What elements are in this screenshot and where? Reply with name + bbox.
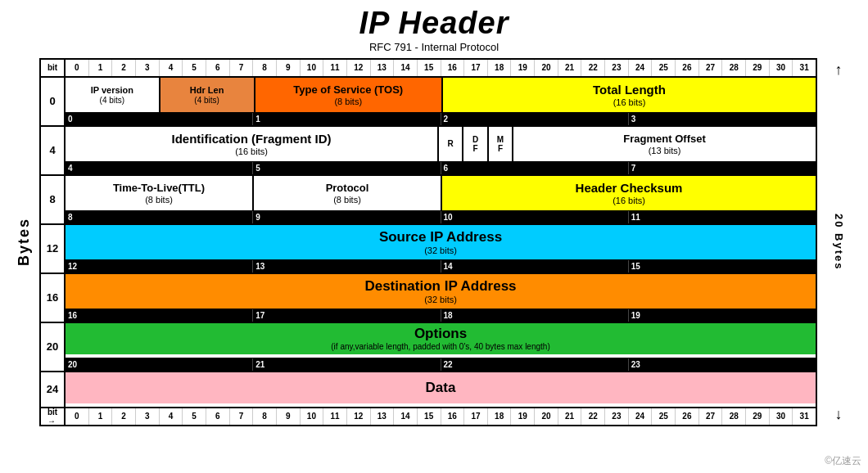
bit-7: 7 xyxy=(230,60,254,76)
row-0: 0IP version(4 bits)Hdr Len(4 bits)Type o… xyxy=(41,78,816,125)
num-seg-12-3: 15 xyxy=(629,260,816,273)
main-diagram: bit 012345678910111213141516171819202122… xyxy=(39,58,817,426)
field-bits-4-0: (16 bits) xyxy=(235,146,268,156)
bit-7: 7 xyxy=(230,408,254,425)
field-0-0: IP version(4 bits) xyxy=(66,78,160,112)
bit-13: 13 xyxy=(371,60,395,76)
num-seg-8-1: 9 xyxy=(253,211,441,223)
bit-10: 10 xyxy=(301,60,324,76)
field-name-8-0: Time-To-Live(TTL) xyxy=(113,182,205,195)
bit-4: 4 xyxy=(160,408,183,425)
field-bits-0-1: (4 bits) xyxy=(194,96,219,105)
num-row-8: 891011 xyxy=(66,210,816,223)
field-bits-4-4: (13 bits) xyxy=(649,146,681,155)
row-content-20: Options(if any,variable length, padded w… xyxy=(66,323,816,371)
field-row-12: Source IP Address(32 bits) xyxy=(66,225,816,259)
bit-27: 27 xyxy=(699,60,723,76)
bit-9: 9 xyxy=(277,408,301,425)
field-name-4-3: M F xyxy=(497,135,504,153)
bit-13: 13 xyxy=(371,408,395,425)
num-seg-4-2: 6 xyxy=(441,162,629,174)
bit-25: 25 xyxy=(652,408,676,425)
bit-12: 12 xyxy=(347,60,371,76)
field-8-0: Time-To-Live(TTL)(8 bits) xyxy=(66,176,254,210)
num-seg-20-0: 20 xyxy=(66,358,253,371)
row-num-20: 20 xyxy=(41,323,66,371)
num-seg-20-1: 21 xyxy=(253,358,441,371)
num-seg-12-0: 12 xyxy=(66,260,253,273)
row-content-24: Data xyxy=(66,372,816,407)
num-seg-0-2: 2 xyxy=(441,113,629,125)
num-seg-16-3: 19 xyxy=(629,309,816,322)
page-title: IP Header xyxy=(8,7,860,41)
watermark: ©亿速云 xyxy=(825,454,861,468)
field-name-24-0: Data xyxy=(426,380,456,396)
bit-26: 26 xyxy=(676,60,699,76)
bit-3: 3 xyxy=(136,408,160,425)
bit-24: 24 xyxy=(629,60,653,76)
bit-cells-footer: 0123456789101112131415161718192021222324… xyxy=(66,408,816,425)
num-row-16: 16171819 xyxy=(66,309,816,322)
field-name-12-0: Source IP Address xyxy=(379,229,502,246)
bit-3: 3 xyxy=(136,60,160,76)
bit-28: 28 xyxy=(722,60,746,76)
field-row-20: Options(if any,variable length, padded w… xyxy=(66,323,816,358)
field-bits-8-2: (16 bits) xyxy=(613,196,645,205)
bit-17: 17 xyxy=(464,408,488,425)
num-seg-8-0: 8 xyxy=(66,211,253,223)
bit-21: 21 xyxy=(558,408,582,425)
row-20: 20Options(if any,variable length, padded… xyxy=(41,322,816,371)
field-bits-0-0: (4 bits) xyxy=(100,96,125,105)
field-bits-0-2: (8 bits) xyxy=(334,97,362,106)
bit-16: 16 xyxy=(441,60,465,76)
num-row-20: 20212223 xyxy=(66,358,816,371)
row-content-0: IP version(4 bits)Hdr Len(4 bits)Type of… xyxy=(66,78,816,125)
bit-11: 11 xyxy=(323,60,347,76)
bit-30: 30 xyxy=(770,60,793,76)
bit-31: 31 xyxy=(793,60,816,76)
bit-header-label: bit xyxy=(41,60,66,76)
bit-30: 30 xyxy=(770,408,793,425)
row-16: 16Destination IP Address(32 bits)1617181… xyxy=(41,273,816,322)
right-bytes-label: 20 Bytes xyxy=(833,214,845,270)
bit-cells: 0123456789101112131415161718192021222324… xyxy=(66,60,816,76)
bit-footer-row: bit→ 01234567891011121314151617181920212… xyxy=(41,407,816,425)
bit-28: 28 xyxy=(722,408,746,425)
bit-1: 1 xyxy=(89,408,113,425)
bit-6: 6 xyxy=(206,60,230,76)
field-bits-16-0: (32 bits) xyxy=(424,295,457,304)
row-12: 12Source IP Address(32 bits)12131415 xyxy=(41,223,816,273)
bit-12: 12 xyxy=(347,408,371,425)
field-4-4: Fragment Offset(13 bits) xyxy=(513,127,816,161)
field-row-16: Destination IP Address(32 bits) xyxy=(66,274,816,309)
field-8-2: Header Checksum(16 bits) xyxy=(442,176,816,210)
field-0-2: Type of Service (TOS)(8 bits) xyxy=(255,78,444,112)
field-name-4-0: Identification (Fragment ID) xyxy=(172,132,332,146)
bit-18: 18 xyxy=(488,60,512,76)
field-bits-8-1: (8 bits) xyxy=(333,195,361,205)
row-num-0: 0 xyxy=(41,78,66,125)
num-seg-16-2: 18 xyxy=(441,309,629,322)
row-24: 24Data xyxy=(41,371,816,407)
bit-2: 2 xyxy=(112,60,136,76)
num-row-12: 12131415 xyxy=(66,259,816,273)
field-16-0: Destination IP Address(32 bits) xyxy=(66,274,816,309)
num-seg-8-3: 11 xyxy=(629,211,816,223)
field-row-24: Data xyxy=(66,372,816,407)
row-content-8: Time-To-Live(TTL)(8 bits)Protocol(8 bits… xyxy=(66,176,816,223)
row-content-12: Source IP Address(32 bits)12131415 xyxy=(66,225,816,273)
bit-31: 31 xyxy=(793,408,816,425)
row-num-8: 8 xyxy=(41,176,66,223)
left-label: Bytes xyxy=(8,58,39,426)
row-num-12: 12 xyxy=(41,225,66,273)
right-label: ↑ 20 Bytes ↓ xyxy=(817,58,860,426)
field-bits-20-0: (if any,variable length, padded with 0's… xyxy=(331,342,549,351)
row-num-24: 24 xyxy=(41,372,66,407)
bit-9: 9 xyxy=(277,60,301,76)
field-name-16-0: Destination IP Address xyxy=(364,278,516,295)
field-name-8-2: Header Checksum xyxy=(576,181,683,196)
bit-14: 14 xyxy=(394,408,418,425)
row-4: 4Identification (Fragment ID)(16 bits)RD… xyxy=(41,125,816,174)
bit-0: 0 xyxy=(66,60,89,76)
field-name-4-4: Fragment Offset xyxy=(623,133,705,146)
